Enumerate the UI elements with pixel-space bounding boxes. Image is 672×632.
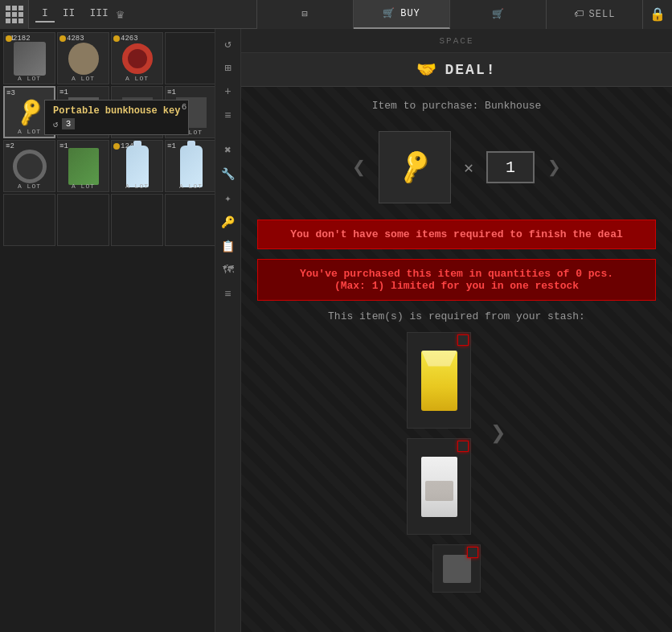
sidebar-wrench-btn[interactable]: 🔧 [217,162,240,185]
item-thumbnail [13,150,47,183]
list-item[interactable] [165,32,217,84]
sidebar-star-btn[interactable]: ✦ [217,187,240,209]
list-item[interactable]: A LOT [111,86,163,138]
list-item[interactable]: ≡2 A LOT [3,140,55,192]
list-item[interactable] [165,194,217,246]
stash-label: This item(s) is required from your stash… [257,310,656,322]
milk-thumbnail [421,457,457,517]
stash-item-milk[interactable] [407,438,471,535]
space-bar: SPACE [241,29,672,53]
sidebar-refresh-btn[interactable]: ↺ [217,32,240,55]
list-item[interactable] [111,194,163,246]
nav-tab-buy[interactable]: 🛒 BUY [354,0,450,29]
alert-missing-items: You don't have some items required to fi… [257,220,656,249]
item-price: 4263 [113,35,138,43]
filter-tab-i[interactable]: I [35,6,55,23]
list-item[interactable]: ≡1 A LOT [57,140,109,192]
item-thumbnail [68,97,99,128]
list-item[interactable] [3,194,55,246]
item-price: 2182 [6,35,31,43]
cart-icon: 🛒 [492,8,505,20]
lock-button[interactable]: 🔒 [643,0,672,29]
sidebar-grid-btn[interactable]: ⊞ [217,56,240,79]
sidebar-filter-btn[interactable]: ≡ [217,105,240,127]
deal-body: Item to purchase: Bunkhouse ❮ 🔑 ✕ 1 ❯ Yo… [241,87,672,632]
small-thumbnail [443,555,471,583]
juice-thumbnail [421,351,457,411]
list-item[interactable]: ≡1 A LOT [165,140,217,192]
sidebar-doc-btn[interactable]: 📋 [217,235,240,257]
item-count: ≡3 [6,89,15,97]
item-thumbnail [180,146,203,187]
grid-button[interactable] [0,0,29,29]
list-item[interactable]: 4283 A LOT [57,32,109,84]
nav-tab-cart[interactable]: 🛒 [450,0,547,29]
sidebar-cross-btn[interactable]: ✖ [217,138,240,161]
list-item[interactable]: 12401 A LOT [111,140,163,192]
item-price: 4283 [59,35,84,43]
prev-item-arrow[interactable]: ❮ [352,154,366,181]
list-item[interactable] [57,194,109,246]
item-lot: A LOT [179,183,203,190]
nav-tab-layout[interactable]: ⊟ [257,0,354,29]
nav-tab-sell[interactable]: 🏷 SELL [547,0,643,29]
stash-item-juice[interactable] [407,332,471,429]
sidebar-map-btn[interactable]: 🗺 [217,259,240,281]
list-item[interactable]: 4263 A LOT [111,32,163,84]
list-item[interactable]: ≡1 A LOT [57,86,109,138]
item-lot: A LOT [18,75,41,82]
stash-item-small[interactable] [432,544,481,593]
item-to-purchase-label: Item to purchase: Bunkhouse [257,100,656,112]
sell-label: SELL [589,9,616,20]
purchase-row: ❮ 🔑 ✕ 1 ❯ [257,125,656,210]
list-item[interactable]: ≡1 2182 A LOT [3,32,55,84]
deal-header: 🤝 DEAL! [241,53,672,87]
grid-icon [6,6,23,23]
item-lot: A LOT [179,129,203,136]
layout-icon: ⊟ [301,8,308,20]
crown-icon: ♛ [117,6,125,23]
top-nav: I II III ♛ ⊟ 🛒 BUY 🛒 🏷 SELL 🔒 [0,0,672,29]
item-count: ≡1 [167,88,176,96]
item-thumbnail [14,42,46,76]
sell-icon: 🏷 [574,8,584,20]
key-item-icon: 🔑 [394,146,435,187]
alert-missing-text: You don't have some items required to fi… [290,228,622,240]
sidebar-layers-btn[interactable]: ≡ [217,283,240,306]
price-icon [59,35,66,42]
item-count: ≡1 [59,142,68,150]
inventory-grid: ≡1 2182 A LOT 4283 A LOT 4263 A LOT ≡3 🔑… [0,29,240,249]
sidebar-icons: ↺ ⊞ + ≡ ✖ 🔧 ✦ 🔑 📋 🗺 ≡ [215,29,240,632]
space-label: SPACE [439,36,473,46]
price-icon [113,35,120,42]
item-thumbnail [126,146,149,187]
alert-limit-text: You've purchased this item in quantities… [300,268,613,292]
buy-label: BUY [400,8,420,19]
stash-next-arrow[interactable]: ❯ [490,417,506,449]
stash-items-row: ❯ [257,332,656,535]
item-lot: A LOT [125,129,149,136]
buy-icon: 🛒 [383,7,395,19]
sidebar-plus-btn[interactable]: + [217,80,240,103]
filter-tab-ii[interactable]: II [56,6,82,23]
lock-icon: 🔒 [649,6,666,23]
item-lot: A LOT [18,183,41,190]
sidebar-key-btn[interactable]: 🔑 [217,211,240,233]
main-layout: ≡1 2182 A LOT 4283 A LOT 4263 A LOT ≡3 🔑… [0,29,672,632]
filter-tab-iii[interactable]: III [83,6,114,23]
item-lot: A LOT [72,75,95,82]
item-lot: A LOT [125,183,149,190]
nav-left: I II III ♛ [0,0,257,29]
alert-purchase-limit: You've purchased this item in quantities… [257,259,656,301]
item-thumbnail [68,43,99,75]
next-item-arrow[interactable]: ❯ [547,154,561,181]
list-item[interactable]: ≡3 🔑 A LOT [3,86,55,138]
deal-title: DEAL! [445,62,496,78]
item-thumbnail: 🔑 [13,96,46,129]
item-thumbnail [176,97,207,128]
list-item[interactable]: ≡1 A LOT [165,86,217,138]
item-count: ≡1 [59,88,68,96]
nav-right: ⊟ 🛒 BUY 🛒 🏷 SELL 🔒 [257,0,672,29]
quantity-box[interactable]: 1 [486,151,535,183]
handshake-icon: 🤝 [416,60,436,80]
